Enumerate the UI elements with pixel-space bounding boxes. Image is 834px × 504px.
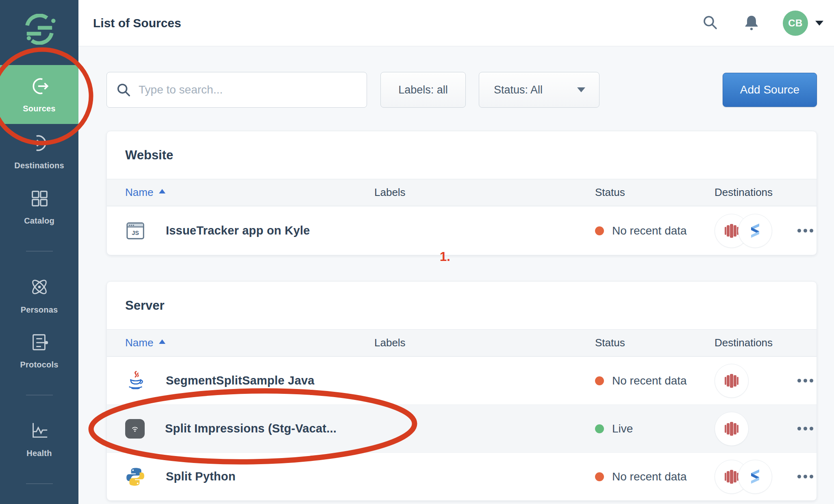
sidebar-item-health[interactable]: Health <box>0 412 78 467</box>
column-header-labels: Labels <box>374 337 595 349</box>
column-header-destinations: Destinations <box>715 337 784 349</box>
server-sources-card: Server Name Labels Status Destinations <box>106 281 817 501</box>
atom-icon <box>29 276 50 300</box>
status-text: Live <box>612 422 633 435</box>
java-icon <box>125 371 146 391</box>
bell-icon <box>743 14 760 32</box>
sidebar-item-protocols[interactable]: Protocols <box>0 323 78 378</box>
source-name: IssueTracker app on Kyle <box>166 224 310 237</box>
account-menu-caret-icon[interactable] <box>815 21 823 26</box>
section-title: Server <box>107 282 817 330</box>
sidebar-item-label: Personas <box>21 305 58 315</box>
filter-toolbar: Labels: all Status: All Add Source <box>106 72 817 108</box>
topbar-actions: CB <box>680 11 834 36</box>
topbar: List of Sources CB <box>78 0 834 46</box>
sidebar-item-label: Destinations <box>14 161 64 170</box>
blue-s-destination-icon[interactable] <box>738 214 772 248</box>
sources-icon <box>29 76 50 98</box>
labels-filter-label: Labels: all <box>398 84 448 96</box>
sidebar-divider <box>26 483 53 484</box>
sidebar-item-label: Health <box>26 449 52 458</box>
status-cell: No recent data <box>595 374 715 387</box>
source-name: Split Impressions (Stg-Vacat... <box>165 422 337 435</box>
row-options-kebab-button[interactable] <box>793 469 817 484</box>
row-options-kebab-button[interactable] <box>793 421 817 436</box>
destinations-cell <box>715 364 784 398</box>
javascript-browser-icon: JS <box>125 221 146 241</box>
status-text: No recent data <box>612 470 687 483</box>
sidebar-item-sources[interactable]: Sources <box>0 65 78 124</box>
table-header-row: Name Labels Status Destinations <box>107 330 817 356</box>
notifications-button[interactable] <box>740 11 763 35</box>
avatar-initials: CB <box>788 17 803 29</box>
add-source-button[interactable]: Add Source <box>723 73 817 107</box>
destinations-cell <box>715 214 784 248</box>
redshift-destination-icon[interactable] <box>715 412 749 446</box>
search-icon <box>702 15 718 31</box>
status-dot-icon <box>595 472 604 481</box>
source-name: Split Python <box>166 470 236 483</box>
segment-logo-icon <box>18 14 61 45</box>
sidebar-item-label: Sources <box>23 104 55 113</box>
column-header-name[interactable]: Name <box>125 186 374 199</box>
section-title: Website <box>107 131 817 179</box>
status-text: No recent data <box>612 374 687 387</box>
column-header-status: Status <box>595 186 715 199</box>
source-name: SegmentSplitSample Java <box>166 374 315 387</box>
destinations-cell <box>715 412 784 446</box>
pulse-chart-icon <box>29 421 50 443</box>
sidebar-divider <box>26 395 53 395</box>
labels-filter-button[interactable]: Labels: all <box>380 72 466 108</box>
blue-s-destination-icon[interactable] <box>738 460 772 494</box>
status-dot-icon <box>595 424 604 433</box>
table-row[interactable]: Split Python No recent data <box>107 452 817 500</box>
column-header-destinations: Destinations <box>715 186 784 199</box>
row-options-kebab-button[interactable] <box>793 223 817 238</box>
avatar[interactable]: CB <box>783 11 808 36</box>
sidebar-item-label: Protocols <box>20 360 58 369</box>
website-sources-card: Website Name Labels Status Destinations <box>106 131 817 255</box>
sidebar: Sources Destinations Cata <box>0 0 78 504</box>
redshift-destination-icon[interactable] <box>715 364 749 398</box>
column-header-labels: Labels <box>374 186 595 199</box>
add-source-label: Add Source <box>740 83 799 96</box>
python-icon <box>125 467 146 487</box>
status-cell: No recent data <box>595 224 715 237</box>
table-row[interactable]: JS IssueTracker app on Kyle No recent da… <box>107 206 817 255</box>
page-title: List of Sources <box>93 16 181 30</box>
status-cell: Live <box>595 422 715 435</box>
catalog-grid-icon <box>29 188 50 211</box>
svg-text:JS: JS <box>132 229 139 236</box>
column-header-name[interactable]: Name <box>125 337 374 349</box>
sort-ascending-icon <box>159 339 165 344</box>
global-search-button[interactable] <box>699 11 721 35</box>
wifi-device-icon <box>125 419 145 439</box>
sidebar-nav: Sources Destinations Cata <box>0 65 78 500</box>
document-flow-icon <box>29 332 50 354</box>
destinations-icon <box>29 133 50 155</box>
sidebar-item-destinations[interactable]: Destinations <box>0 124 78 179</box>
column-header-status: Status <box>595 337 715 349</box>
sort-ascending-icon <box>159 189 165 193</box>
destinations-cell <box>715 460 784 494</box>
main-content: Labels: all Status: All Add Source Websi… <box>78 46 834 504</box>
table-header-row: Name Labels Status Destinations <box>107 179 817 206</box>
sidebar-item-label: Catalog <box>24 216 54 226</box>
status-filter-label: Status: All <box>494 84 543 96</box>
row-options-kebab-button[interactable] <box>793 373 817 388</box>
search-input[interactable] <box>106 72 367 108</box>
sidebar-item-personas[interactable]: Personas <box>0 268 78 323</box>
sidebar-divider <box>26 251 53 252</box>
chevron-down-icon <box>577 87 585 92</box>
status-dot-icon <box>595 226 604 235</box>
status-text: No recent data <box>612 224 687 237</box>
status-filter-dropdown[interactable]: Status: All <box>479 72 599 108</box>
status-dot-icon <box>595 376 604 385</box>
search-field-wrap <box>106 72 367 108</box>
table-row[interactable]: Split Impressions (Stg-Vacat... Live <box>107 404 817 452</box>
sidebar-item-catalog[interactable]: Catalog <box>0 179 78 235</box>
status-cell: No recent data <box>595 470 715 483</box>
table-row[interactable]: SegmentSplitSample Java No recent data <box>107 356 817 404</box>
